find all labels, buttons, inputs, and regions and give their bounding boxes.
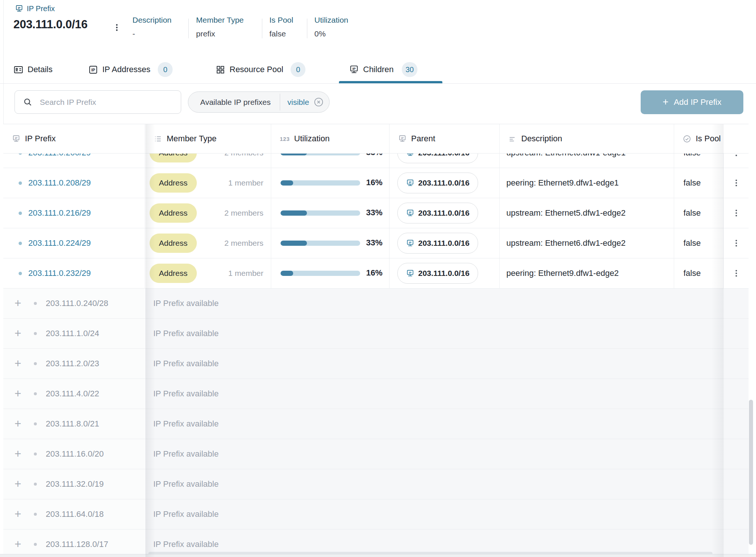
available-status-text: IP Prefix available (153, 479, 219, 489)
table-header-row: IP IP Prefix Member Type 123 Utilization… (3, 124, 749, 154)
numeric-123-icon: 123 (280, 136, 290, 142)
ip-prefix-icon: IP (406, 179, 414, 187)
add-prefix-plus-button[interactable]: + (12, 328, 23, 339)
column-header-ip-prefix[interactable]: IP IP Prefix (3, 124, 145, 153)
add-ip-prefix-button[interactable]: + Add IP Prefix (641, 90, 743, 114)
member-type-cell: Address 2 members (145, 198, 271, 228)
row-menu-button[interactable] (730, 206, 743, 220)
filter-chip-label: Available IP prefixes (188, 98, 280, 107)
column-header-is-pool[interactable]: Is Pool (674, 124, 723, 153)
utilization-cell: 33% (271, 228, 390, 258)
ip-prefix-icon: IP (406, 154, 414, 157)
prefix-link[interactable]: 203.111.0.216/29 (28, 208, 91, 218)
member-count: 2 members (224, 209, 263, 218)
vertical-scrollbar-thumb[interactable] (749, 400, 753, 545)
meta-utilization: Utilization 0% (314, 16, 348, 38)
column-header-member-type[interactable]: Member Type (145, 124, 271, 153)
available-status-cell: IP Prefix available (145, 379, 749, 409)
meta-divider (262, 19, 262, 38)
tab-ip-addresses[interactable]: IP IP Addresses 0 (88, 56, 173, 83)
utilization-bar-fill (281, 241, 307, 246)
available-prefix-label: 203.111.2.0/23 (46, 359, 99, 368)
parent-cell: IP 203.111.0.0/16 (390, 154, 500, 168)
member-type-badge: Address (150, 154, 197, 162)
available-prefix-row: + 203.111.4.0/22 IP Prefix available (3, 379, 749, 409)
column-header-parent[interactable]: IP Parent (390, 124, 500, 153)
available-status-cell: IP Prefix available (145, 409, 749, 439)
utilization-bar-fill (281, 180, 293, 186)
svg-text:IP: IP (18, 6, 20, 10)
prefix-dot-icon (34, 513, 37, 516)
clipped-table-row: 203.111.0.200/29 Address 2 members 33% I… (3, 154, 749, 168)
search-input[interactable] (39, 97, 152, 107)
row-menu-button[interactable] (730, 236, 743, 250)
parent-chip[interactable]: IP 203.111.0.0/16 (397, 173, 478, 193)
row-menu-button[interactable] (730, 267, 743, 280)
is-pool-value: false (683, 238, 701, 248)
prefix-link[interactable]: 203.111.0.224/29 (28, 238, 91, 248)
available-prefix-label: 203.111.16.0/20 (46, 449, 104, 459)
breadcrumb[interactable]: IP IP Prefix (15, 4, 55, 13)
row-menu-cell (724, 228, 749, 258)
grid-icon (215, 65, 225, 75)
search-box[interactable] (15, 90, 181, 114)
available-prefix-row: + 203.111.2.0/23 IP Prefix available (3, 349, 749, 379)
kebab-icon (732, 239, 741, 248)
filter-chip[interactable]: Available IP prefixes visible (188, 91, 330, 113)
prefix-link[interactable]: 203.111.0.208/29 (28, 178, 91, 188)
description-text: upstream: Ethernet5.dfw1-edge2 (506, 208, 625, 218)
row-menu-button[interactable] (730, 176, 743, 190)
svg-text:IP: IP (15, 136, 17, 139)
prefix-dot-icon (19, 242, 22, 245)
row-menu-button[interactable] (730, 154, 743, 160)
member-count: 1 member (228, 178, 263, 187)
tab-resource-pool[interactable]: Resource Pool 0 (215, 56, 305, 83)
parent-chip[interactable]: IP 203.111.0.0/16 (397, 203, 478, 223)
svg-text:IP: IP (91, 67, 95, 72)
meta-label: Member Type (196, 16, 244, 25)
meta-member-type: Member Type prefix (196, 16, 244, 38)
available-prefix-cell: + 203.111.64.0/18 (3, 499, 145, 529)
utilization-value: 16% (349, 178, 382, 187)
parent-chip[interactable]: IP 203.111.0.0/16 (397, 263, 478, 284)
prefix-link[interactable]: 203.111.0.232/29 (28, 268, 91, 278)
title-kebab-button[interactable] (110, 21, 124, 34)
add-prefix-plus-button[interactable]: + (12, 539, 23, 550)
tab-children[interactable]: IP Children 30 (349, 56, 417, 83)
prefix-link[interactable]: 203.111.0.200/29 (28, 154, 91, 158)
column-header-utilization[interactable]: 123 Utilization (271, 124, 390, 153)
utilization-cell: 16% (271, 258, 390, 288)
kebab-icon (112, 23, 121, 32)
add-prefix-plus-button[interactable]: + (12, 418, 23, 429)
add-prefix-plus-button[interactable]: + (12, 298, 23, 309)
parent-chip[interactable]: IP 203.111.0.0/16 (397, 154, 478, 163)
parent-chip[interactable]: IP 203.111.0.0/16 (397, 233, 478, 254)
available-prefix-cell: + 203.111.1.0/24 (3, 319, 145, 348)
check-circle-icon (683, 135, 691, 143)
filter-remove-button[interactable] (314, 97, 324, 107)
add-prefix-plus-button[interactable]: + (12, 479, 23, 490)
svg-text:IP: IP (401, 136, 404, 139)
description-cell: upstream: Ethernet5.dfw1-edge2 (500, 198, 674, 228)
column-header-label: Parent (411, 134, 435, 144)
meta-divider (307, 19, 307, 38)
utilization-cell: 16% (271, 168, 390, 198)
tab-details[interactable]: Details (13, 56, 52, 83)
prefix-dot-icon (19, 212, 22, 215)
description-cell: peering: Ethernet9.dfw1-edge2 (500, 258, 674, 288)
prefix-dot-icon (34, 362, 37, 365)
description-text: upstream: Ethernet6.dfw1-edge1 (506, 154, 625, 158)
is-pool-cell: false (674, 228, 724, 258)
svg-text:IP: IP (409, 180, 411, 184)
column-header-description[interactable]: Description (500, 124, 674, 153)
prefix-dot-icon (34, 543, 37, 546)
is-pool-value: false (683, 178, 701, 188)
add-prefix-plus-button[interactable]: + (12, 509, 23, 520)
add-prefix-plus-button[interactable]: + (12, 388, 23, 399)
utilization-value: 33% (349, 154, 382, 157)
available-prefix-cell: + 203.111.16.0/20 (3, 439, 145, 469)
prefix-cell: 203.111.0.232/29 (3, 258, 145, 288)
add-prefix-plus-button[interactable]: + (12, 448, 23, 460)
add-prefix-plus-button[interactable]: + (12, 358, 23, 369)
kebab-icon (732, 154, 741, 157)
